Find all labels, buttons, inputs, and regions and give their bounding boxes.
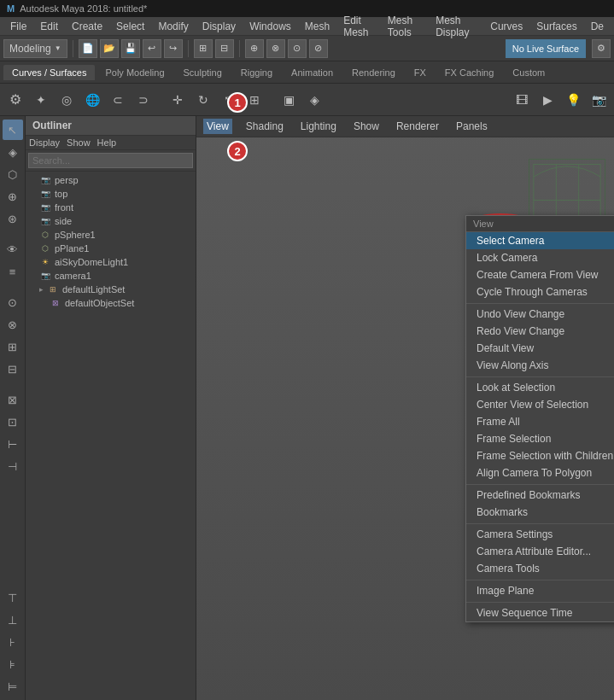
menu-windows[interactable]: Windows (243, 19, 298, 34)
view-menu-lighting[interactable]: Lighting (297, 119, 340, 134)
tool-h[interactable]: ⊣ (3, 456, 23, 476)
menu-cycle-cameras[interactable]: Cycle Through Cameras (466, 283, 614, 304)
menu-image-plane[interactable]: Image Plane ▶ (466, 582, 614, 603)
tab-sculpting[interactable]: Sculpting (175, 65, 231, 80)
outliner-item-side[interactable]: 📷 side (36, 214, 196, 228)
tool-g[interactable]: ⊢ (3, 434, 23, 454)
menu-default-view[interactable]: Default View Alt+Home (466, 340, 614, 357)
outliner-show-menu[interactable]: Show (67, 137, 91, 148)
tab-rendering[interactable]: Rendering (343, 65, 404, 80)
outliner-item-persp[interactable]: 📷 persp (36, 173, 196, 187)
menu-redo-view[interactable]: Redo View Change Alt+Y (466, 323, 614, 340)
tab-animation[interactable]: Animation (283, 65, 342, 80)
search-input[interactable] (28, 153, 193, 168)
outliner-item-camera1[interactable]: 📷 camera1 (36, 269, 196, 283)
snap-mode-btn[interactable]: ▣ (277, 88, 301, 112)
menu-create-camera-from-view[interactable]: Create Camera From View Ctrl+Shift+C (466, 266, 614, 283)
tool-a[interactable]: ⊙ (3, 292, 23, 312)
menu-display[interactable]: Display (196, 19, 243, 34)
menu-mesh[interactable]: Mesh (298, 19, 336, 34)
outliner-item-defaultobjectset[interactable]: ⊠ defaultObjectSet (46, 296, 196, 310)
snap-curve-btn[interactable]: ⊗ (266, 39, 285, 58)
tool-e[interactable]: ⊠ (3, 389, 23, 410)
tab-fx-caching[interactable]: FX Caching (436, 65, 502, 80)
tool-f[interactable]: ⊡ (3, 411, 23, 432)
outliner-item-top[interactable]: 📷 top (36, 187, 196, 201)
select-by-comp-btn[interactable]: ⊟ (215, 39, 234, 58)
menu-file[interactable]: File (3, 19, 33, 34)
view-menu-show[interactable]: Show (350, 119, 383, 134)
menu-camera-tools[interactable]: Camera Tools ▶ (466, 560, 614, 580)
menu-camera-settings[interactable]: Camera Settings ▶ (466, 526, 614, 543)
snap-point-btn[interactable]: ⊙ (288, 39, 307, 58)
view-menu-renderer[interactable]: Renderer (393, 119, 442, 134)
lasso-btn[interactable]: ⊂ (106, 88, 130, 112)
menu-look-at-selection[interactable]: Look at Selection (466, 379, 614, 396)
outliner-item-front[interactable]: 📷 front (36, 201, 196, 214)
menu-frame-selection[interactable]: Frame Selection F (466, 430, 614, 447)
view-menu-panels[interactable]: Panels (453, 119, 491, 134)
sculpt-tool[interactable]: ⊛ (3, 208, 23, 229)
menu-de[interactable]: De (584, 19, 611, 34)
soft-select-btn[interactable]: ◈ (302, 88, 326, 112)
menu-align-camera-polygon[interactable]: Align Camera To Polygon (466, 464, 614, 485)
outliner-help-menu[interactable]: Help (97, 137, 117, 148)
outliner-item-pplane1[interactable]: ⬡ pPlane1 (36, 242, 196, 255)
render-view-btn[interactable]: 🎞 (510, 88, 534, 112)
tab-curves-surfaces[interactable]: Curves / Surfaces (3, 65, 95, 80)
menu-create[interactable]: Create (65, 19, 109, 34)
undo-btn[interactable]: ↩ (143, 39, 161, 58)
view-menu-shading[interactable]: Shading (243, 119, 287, 134)
snap-grid-btn[interactable]: ⊕ (245, 39, 264, 58)
select-tool[interactable]: ↖ (3, 120, 23, 140)
manip-tool[interactable]: ⊕ (3, 186, 23, 207)
menu-edit-mesh[interactable]: Edit Mesh (336, 13, 381, 40)
select-tool-btn[interactable]: ✦ (29, 88, 53, 112)
menu-view-sequence-time[interactable]: View Sequence Time (466, 604, 614, 621)
menu-view-along-axis[interactable]: View Along Axis ▶ (466, 357, 614, 377)
menu-camera-attr-editor[interactable]: Camera Attribute Editor... (466, 543, 614, 560)
view-menu-view[interactable]: View (203, 119, 232, 134)
rotate-tool-btn[interactable]: ↻ (191, 88, 215, 112)
move-tool-btn[interactable]: ✛ (166, 88, 190, 112)
menu-mesh-tools[interactable]: Mesh Tools (381, 13, 429, 40)
outliner-display-menu[interactable]: Display (29, 137, 60, 148)
menu-frame-selection-children[interactable]: Frame Selection with Children Ctrl+F (466, 447, 614, 464)
tool-bottom1[interactable]: ⊤ (3, 587, 23, 608)
tool-bottom2[interactable]: ⊥ (3, 610, 23, 630)
settings-icon[interactable]: ⚙ (3, 88, 27, 112)
menu-predefined-bookmarks[interactable]: Predefined Bookmarks ▶ (466, 487, 614, 504)
outliner-item-aiskydomelight[interactable]: ☀ aiSkyDomeLight1 (36, 255, 196, 269)
save-scene-btn[interactable]: 💾 (121, 39, 140, 58)
menu-center-view[interactable]: Center View of Selection (466, 396, 614, 413)
viewport[interactable]: View Shading Lighting Show Renderer Pane… (196, 116, 614, 700)
paint-tool[interactable]: ◈ (3, 142, 23, 162)
tab-fx[interactable]: FX (406, 65, 435, 80)
menu-undo-view[interactable]: Undo View Change Alt+Z (466, 306, 614, 323)
menu-select[interactable]: Select (109, 19, 151, 34)
render-settings-btn[interactable]: ⚙ (592, 39, 611, 58)
no-live-surface[interactable]: No Live Surface (506, 39, 586, 58)
tab-custom[interactable]: Custom (504, 65, 553, 80)
tool-d[interactable]: ⊟ (3, 359, 23, 379)
light-icon[interactable]: 💡 (561, 88, 585, 112)
select-by-obj-btn[interactable]: ⊞ (194, 39, 213, 58)
tab-rigging[interactable]: Rigging (232, 65, 281, 80)
menu-mesh-display[interactable]: Mesh Display (429, 13, 483, 40)
menu-select-camera[interactable]: Select Camera (466, 232, 614, 249)
tab-poly-modeling[interactable]: Poly Modeling (96, 65, 173, 80)
globe-btn[interactable]: 🌐 (80, 88, 104, 112)
menu-lock-camera[interactable]: Lock Camera (466, 249, 614, 266)
circle-select-btn[interactable]: ◎ (55, 88, 79, 112)
camera-icon[interactable]: 📷 (587, 88, 611, 112)
menu-surfaces[interactable]: Surfaces (529, 19, 583, 34)
open-scene-btn[interactable]: 📂 (100, 39, 119, 58)
tool-bottom3[interactable]: ⊦ (3, 632, 23, 652)
tool-b[interactable]: ⊗ (3, 314, 23, 335)
paint-select-btn[interactable]: ⊃ (132, 88, 155, 112)
outliner-item-defaultlightset[interactable]: ▸ ⊞ defaultLightSet (36, 283, 196, 296)
workspace-dropdown[interactable]: Modeling ▼ (3, 39, 67, 58)
redo-btn[interactable]: ↪ (164, 39, 183, 58)
tool-bottom5[interactable]: ⊨ (3, 676, 23, 697)
new-scene-btn[interactable]: 📄 (79, 39, 97, 58)
